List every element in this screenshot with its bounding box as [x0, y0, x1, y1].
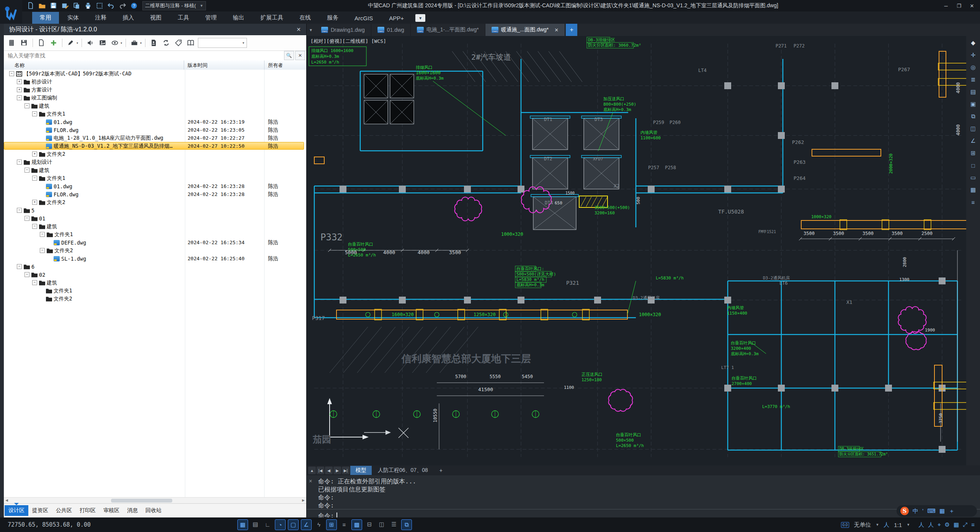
- building-icon[interactable]: [7, 38, 17, 48]
- print-icon[interactable]: [84, 2, 92, 10]
- ribbon-tab-服务[interactable]: 服务: [319, 12, 346, 24]
- column-header-1[interactable]: 名称: [15, 62, 24, 69]
- tree-item-folder[interactable]: −竣工图编制: [4, 94, 306, 102]
- horizontal-scrollbar[interactable]: ◀ ▶: [4, 497, 306, 504]
- collapse-icon[interactable]: −: [32, 280, 37, 285]
- collapse-icon[interactable]: −: [24, 216, 29, 221]
- file-icon[interactable]: [36, 38, 46, 48]
- dropdown-arrow-icon[interactable]: ▾: [77, 41, 78, 45]
- ribbon-tab-APP+[interactable]: APP+: [381, 13, 412, 24]
- status-icon[interactable]: ≡: [971, 521, 975, 528]
- expand-icon[interactable]: +: [32, 152, 37, 157]
- tree-item-folder[interactable]: +初步设计: [4, 78, 306, 86]
- tree-item-folder[interactable]: −【509r2版本测试-CAD】509r2版本测试-CAD: [4, 70, 306, 78]
- side-tool-icon[interactable]: ∠: [968, 135, 978, 146]
- ribbon-tab-ArcGIS[interactable]: ArcGIS: [347, 13, 381, 24]
- ribbon-tab-输出[interactable]: 输出: [225, 12, 252, 24]
- doc-tab-list-icon[interactable]: ▼: [307, 24, 315, 36]
- ime-toolbar[interactable]: S 中’⌨▦＋: [897, 505, 977, 517]
- layout-nav-button[interactable]: |◀: [317, 467, 324, 474]
- version-filter-combobox[interactable]: ▾: [198, 38, 247, 48]
- side-tool-icon[interactable]: ⊞: [968, 148, 978, 158]
- polar-tracking-toggle[interactable]: ◔: [275, 519, 286, 530]
- collapse-icon[interactable]: −: [32, 111, 37, 116]
- tree-item-folder[interactable]: −6: [4, 263, 306, 271]
- dropdown-arrow-icon[interactable]: ▾: [140, 41, 142, 45]
- layout-nav-button[interactable]: ▶|: [342, 467, 350, 474]
- ribbon-tab-插入[interactable]: 插入: [115, 12, 142, 24]
- tree-item-file[interactable]: 电施_1-28_V1.0_1栋A座六层动力平面图.dwg2024-02-27 1…: [4, 134, 306, 142]
- object-snap-toggle[interactable]: ▢: [288, 519, 299, 530]
- scrollbar-thumb[interactable]: [111, 499, 172, 503]
- toolbox-icon[interactable]: [129, 38, 139, 48]
- ortho-mode-toggle[interactable]: ∟: [263, 519, 273, 529]
- side-tool-icon[interactable]: ▭: [968, 172, 978, 183]
- column-divider[interactable]: [264, 60, 265, 70]
- panel-tab-审核区[interactable]: 审核区: [100, 505, 123, 516]
- undo-icon[interactable]: [107, 2, 115, 10]
- redo-icon[interactable]: [119, 2, 126, 10]
- panel-tab-提资区[interactable]: 提资区: [28, 505, 52, 516]
- tree-item-file[interactable]: SL-1.dwg2024-02-22 16:25:40陈浩: [4, 255, 306, 263]
- panel-close-icon[interactable]: ✕: [295, 26, 302, 33]
- scale-label[interactable]: 1:1: [894, 522, 902, 528]
- tree-item-folder[interactable]: −文件夹2: [4, 246, 306, 255]
- scroll-right-arrow[interactable]: ▶: [302, 498, 305, 502]
- ime-logo-icon[interactable]: S: [900, 507, 909, 515]
- quick-properties-toggle[interactable]: ⊟: [364, 519, 374, 529]
- search-button[interactable]: 🔍: [284, 51, 294, 60]
- column-header-2[interactable]: 版本时间: [188, 62, 207, 69]
- ribbon-tab-注释[interactable]: 注释: [87, 12, 114, 24]
- command-close-icon[interactable]: ✕: [309, 478, 312, 484]
- side-tool-icon[interactable]: ◎: [968, 62, 978, 73]
- status-icon[interactable]: ⚙: [945, 521, 950, 528]
- tree-item-folder[interactable]: 文件夹2: [4, 295, 306, 303]
- side-tool-icon[interactable]: ▤: [968, 86, 978, 97]
- tree-item-folder[interactable]: −5: [4, 206, 306, 214]
- panel-tab-设计区[interactable]: 设计区: [5, 505, 28, 516]
- close-tab-icon[interactable]: ✕: [554, 27, 559, 33]
- units-label[interactable]: 无单位: [854, 521, 871, 529]
- pencil-icon[interactable]: [66, 38, 76, 48]
- search-input[interactable]: [4, 52, 284, 59]
- selection-cycling-toggle[interactable]: ◫: [377, 519, 387, 529]
- ribbon-tab-管理[interactable]: 管理: [198, 12, 224, 24]
- tree-column-header[interactable]: 名称版本时间所有者: [4, 60, 306, 70]
- dynamic-ucs-toggle[interactable]: ⊞: [326, 519, 337, 530]
- document-tab[interactable]: 01.dwg: [371, 24, 411, 36]
- plot-preview-icon[interactable]: [96, 2, 103, 10]
- tree-item-folder[interactable]: −建筑: [4, 279, 306, 287]
- panel-tab-回收站[interactable]: 回收站: [142, 505, 165, 516]
- copy-icon[interactable]: [73, 2, 80, 10]
- ribbon-tab-视图[interactable]: 视图: [142, 12, 169, 24]
- save-icon[interactable]: [19, 38, 29, 48]
- minimize-button[interactable]: ─: [940, 2, 952, 10]
- tree-item-folder[interactable]: −02: [4, 271, 306, 279]
- status-icon[interactable]: ⤢: [963, 521, 967, 528]
- ime-icon[interactable]: ▦: [939, 508, 945, 515]
- tree-item-folder[interactable]: +文件夹2: [4, 198, 306, 206]
- tree-item-folder[interactable]: −建筑: [4, 222, 306, 230]
- side-tool-icon[interactable]: ◫: [968, 123, 978, 134]
- command-window[interactable]: ✕ 命令: 正在检查外部引用的版本...已根据项目信息更新图签命令:命令: 命令…: [307, 475, 980, 517]
- document-tab[interactable]: Drawing1.dwg: [315, 24, 371, 36]
- doc-person-icon[interactable]: [149, 38, 159, 48]
- expand-icon[interactable]: +: [32, 200, 37, 205]
- tree-item-file[interactable]: 暖通施_NS-D-03_V1.2_地下室三层通风及防排烟…2024-02-27 …: [4, 142, 306, 150]
- save-icon[interactable]: [50, 2, 57, 10]
- scale-dropdown-icon[interactable]: ▼: [906, 523, 910, 527]
- tree-item-folder[interactable]: −文件夹1: [4, 110, 306, 118]
- side-tool-icon[interactable]: ≣: [968, 74, 978, 85]
- maximize-button[interactable]: ❐: [953, 2, 965, 10]
- side-tool-icon[interactable]: ▦: [968, 184, 978, 195]
- layout-nav-button[interactable]: ▶: [333, 467, 341, 474]
- collapse-icon[interactable]: −: [24, 103, 29, 108]
- tree-item-folder[interactable]: −01: [4, 214, 306, 222]
- document-tab[interactable]: 暖通施_...面图.dwg*✕: [485, 24, 565, 36]
- tree-item-folder[interactable]: −建筑: [4, 166, 306, 174]
- status-icon[interactable]: ⌖: [938, 521, 941, 528]
- image-icon[interactable]: [98, 38, 108, 48]
- new-file-icon[interactable]: [27, 2, 34, 10]
- column-header-3[interactable]: 所有者: [268, 62, 283, 69]
- annotation-monitor-toggle[interactable]: ☰: [389, 519, 399, 529]
